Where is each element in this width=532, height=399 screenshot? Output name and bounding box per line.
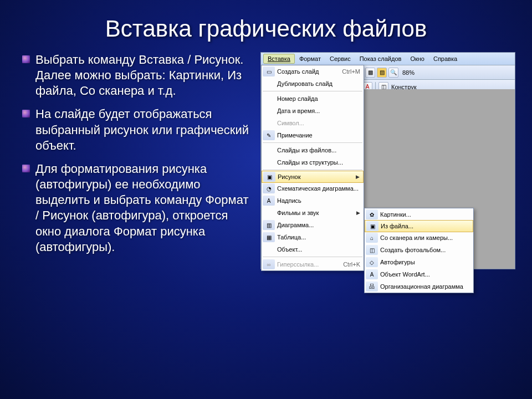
menu-item-label: Таблица...	[277, 234, 360, 241]
scanner-icon: ⌂	[366, 233, 378, 243]
menu-slideshow[interactable]: Показ слайдов	[355, 54, 406, 64]
bullet-text: На слайде будет отображаться выбранный р…	[35, 106, 255, 153]
powerpoint-screenshot: Вставка Формат Сервис Показ слайдов Окно…	[260, 52, 515, 269]
color-button[interactable]: ▨	[377, 68, 387, 78]
blank-icon	[263, 118, 275, 128]
fromfile-icon: ▣	[366, 221, 378, 231]
menu-item-label: Со сканера или камеры...	[380, 234, 470, 241]
new-slide-icon: ▭	[263, 66, 275, 76]
insert-menu-item[interactable]: Объект...	[262, 243, 364, 255]
insert-menu-item[interactable]: ▭Создать слайдCtrl+M	[262, 65, 364, 78]
menu-window[interactable]: Окно	[406, 54, 429, 64]
picture-submenu: ✿Картинки...▣Из файла...⌂Со сканера или …	[364, 208, 474, 293]
menu-item-label: Объект...	[277, 246, 360, 253]
menu-item-label: Схематическая диаграмма...	[277, 185, 360, 192]
blank-icon	[263, 244, 275, 254]
diagram-icon: ◔	[263, 183, 275, 193]
menu-item-label: Организационная диаграмма	[380, 283, 470, 290]
menu-divider	[263, 257, 362, 257]
menu-item-label: Примечание	[277, 132, 360, 139]
menu-help[interactable]: Справка	[429, 54, 462, 64]
menu-item-label: Дублировать слайд	[277, 80, 360, 87]
menu-divider	[263, 91, 362, 91]
menu-item-label: Дата и время...	[277, 108, 360, 114]
picture-submenu-item[interactable]: ◫Создать фотоальбом...	[365, 244, 473, 256]
menu-bar: Вставка Формат Сервис Показ слайдов Окно…	[261, 53, 515, 65]
insert-menu-item[interactable]: Слайды из структуры...	[262, 156, 364, 168]
picture-submenu-item[interactable]: ⌂Со сканера или камеры...	[365, 232, 473, 244]
picture-submenu-item[interactable]: ✿Картинки...	[365, 208, 473, 221]
textbox-icon: A	[263, 196, 275, 206]
wordart-icon: A	[366, 269, 378, 279]
menu-item-label: Фильмы и звук	[277, 209, 353, 216]
bullet-marker-icon	[22, 110, 30, 117]
insert-menu-item[interactable]: ▣Рисунок▶	[262, 171, 364, 183]
blank-icon	[263, 208, 275, 218]
menu-insert[interactable]: Вставка	[263, 54, 295, 64]
zoom-value[interactable]: 88%	[402, 69, 415, 76]
menu-item-label: Из файла...	[381, 223, 469, 229]
insert-menu-item[interactable]: Дублировать слайд	[262, 78, 364, 90]
slide-title: Вставка графических файлов	[0, 0, 532, 47]
insert-menu-item[interactable]: AНадпись	[262, 195, 364, 207]
menu-item-label: Автофигуры	[380, 259, 470, 265]
menu-item-label: Диаграмма...	[277, 222, 360, 228]
menu-item-label: Создать фотоальбом...	[380, 247, 470, 253]
picture-submenu-item[interactable]: 品Организационная диаграмма	[365, 280, 473, 293]
blank-icon	[263, 94, 275, 104]
blank-icon	[263, 79, 275, 89]
bullet-item: Для форматирования рисунка (автофигуры) …	[22, 161, 255, 255]
blank-icon	[263, 157, 275, 167]
bullet-marker-icon	[22, 165, 30, 172]
bullet-item: На слайде будет отображаться выбранный р…	[22, 106, 255, 153]
menu-shortcut: Ctrl+K	[343, 261, 360, 268]
picture-icon: ▣	[263, 172, 275, 182]
insert-menu-item[interactable]: ▥Диаграмма...	[262, 219, 364, 231]
menu-item-label: Надпись	[277, 197, 360, 204]
album-icon: ◫	[366, 245, 378, 255]
chart-icon: ▥	[263, 220, 275, 230]
insert-menu-item[interactable]: Слайды из файлов...	[262, 144, 364, 156]
insert-menu-item[interactable]: ✎Примечание	[262, 129, 364, 141]
insert-menu-item[interactable]: Дата и время...	[262, 105, 364, 117]
link-icon: ∞	[263, 259, 275, 269]
submenu-arrow-icon: ▶	[356, 210, 360, 216]
bullet-text: Для форматирования рисунка (автофигуры) …	[35, 161, 255, 255]
insert-menu-item: Символ...	[262, 117, 364, 129]
menu-format[interactable]: Формат	[295, 54, 325, 64]
menu-item-label: Слайды из файлов...	[277, 147, 360, 154]
menu-divider	[263, 170, 362, 170]
picture-submenu-item[interactable]: ◇Автофигуры	[365, 256, 473, 268]
insert-menu-item[interactable]: Номер слайда	[262, 93, 364, 105]
menu-shortcut: Ctrl+M	[342, 68, 360, 75]
menu-tools[interactable]: Сервис	[325, 54, 355, 64]
menu-item-label: Рисунок	[278, 173, 352, 180]
menu-label: Вставка	[268, 55, 290, 62]
orgchart-icon: 品	[366, 282, 378, 291]
insert-menu-item: ∞Гиперссылка...Ctrl+K	[262, 258, 364, 270]
menu-divider	[263, 142, 362, 143]
bullet-list: Выбрать команду Вставка / Рисунок. Далее…	[22, 52, 255, 269]
zoom-button[interactable]: 🔍	[388, 68, 398, 78]
autoshapes-icon: ◇	[366, 257, 378, 267]
table-icon: ▦	[263, 232, 275, 242]
bullet-item: Выбрать команду Вставка / Рисунок. Далее…	[22, 52, 255, 99]
insert-menu: ▭Создать слайдCtrl+MДублировать слайдНом…	[261, 65, 364, 271]
grid-button[interactable]: ▩	[365, 68, 375, 78]
insert-menu-item[interactable]: ▦Таблица...	[262, 231, 364, 243]
menu-item-label: Объект WordArt...	[380, 271, 470, 278]
menu-item-label: Картинки...	[380, 211, 470, 218]
menu-item-label: Номер слайда	[277, 95, 360, 102]
picture-submenu-item[interactable]: ▣Из файла...	[365, 220, 473, 232]
menu-item-label: Гиперссылка...	[277, 261, 340, 268]
clipart-icon: ✿	[366, 209, 378, 219]
bullet-text: Выбрать команду Вставка / Рисунок. Далее…	[35, 52, 255, 99]
blank-icon	[263, 145, 275, 155]
insert-menu-item[interactable]: Фильмы и звук▶	[262, 207, 364, 219]
blank-icon	[263, 106, 275, 116]
picture-submenu-item[interactable]: AОбъект WordArt...	[365, 268, 473, 280]
menu-item-label: Слайды из структуры...	[277, 159, 360, 166]
bullet-marker-icon	[22, 55, 30, 63]
comment-icon: ✎	[263, 130, 275, 140]
insert-menu-item[interactable]: ◔Схематическая диаграмма...	[262, 182, 364, 195]
